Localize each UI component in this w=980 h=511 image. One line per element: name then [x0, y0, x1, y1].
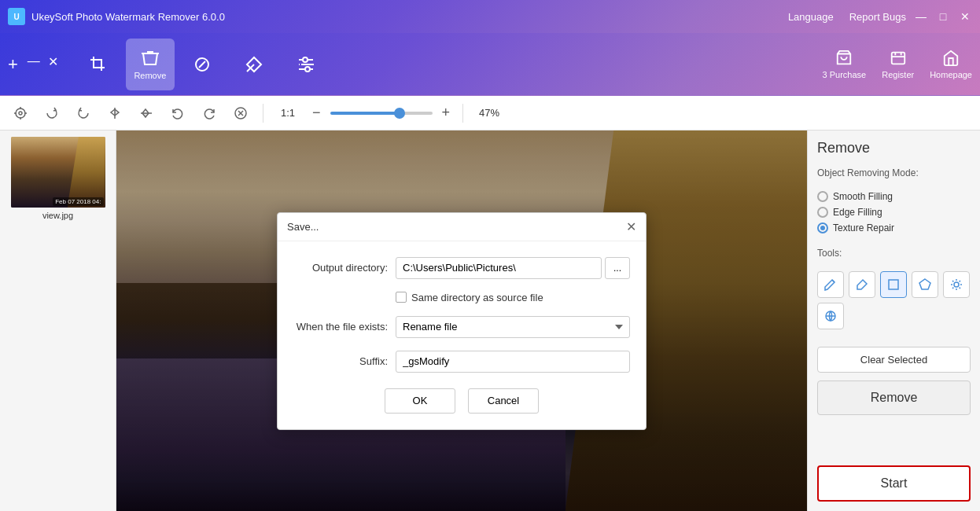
- file-sidebar: Feb 07 2018 04: view.jpg: [0, 131, 116, 511]
- retouch-tool-button[interactable]: [230, 39, 278, 90]
- file-thumbnail: Feb 07 2018 04:: [11, 137, 105, 208]
- redo-button[interactable]: [197, 101, 222, 126]
- modal-buttons: OK Cancel: [293, 385, 630, 414]
- magic-wand-button[interactable]: [943, 271, 970, 298]
- crop-tool-button[interactable]: [74, 39, 123, 90]
- second-toolbar: 1:1 − + 47%: [0, 96, 980, 131]
- pattern-tool-button[interactable]: [817, 303, 844, 329]
- rectangle-tool-button[interactable]: [880, 271, 907, 298]
- texture-repair-radio: [817, 222, 828, 233]
- title-nav: Language Report Bugs: [788, 11, 906, 23]
- mode-radio-group: Smooth Filling Edge Filling Texture Repa…: [817, 191, 971, 233]
- same-directory-row[interactable]: Same directory as source file: [293, 292, 630, 303]
- tools-row: [817, 271, 971, 329]
- report-bugs-button[interactable]: Report Bugs: [849, 11, 906, 23]
- app-logo: U: [8, 8, 25, 25]
- texture-repair-option[interactable]: Texture Repair: [817, 222, 971, 233]
- toolbar-right: 3 Purchase Register Homepage: [823, 50, 972, 79]
- modal-title: Save...: [287, 221, 319, 233]
- remove-button[interactable]: Remove: [817, 380, 971, 415]
- nav-close-button[interactable]: ✕: [48, 54, 58, 75]
- homepage-button[interactable]: Homepage: [930, 50, 972, 79]
- app-title: UkeySoft Photo Watermark Remover 6.0.0: [31, 11, 788, 23]
- when-file-exists-label: When the file exists:: [293, 321, 396, 333]
- clear-selected-button[interactable]: Clear Selected: [817, 347, 971, 373]
- panel-title: Remove: [817, 140, 971, 156]
- file-date: Feb 07 2018 04:: [53, 197, 103, 206]
- smooth-filling-radio: [817, 191, 828, 202]
- language-button[interactable]: Language: [788, 11, 834, 23]
- modal-overlay: Save... ✕ Output directory: ... Same dir…: [116, 131, 807, 511]
- flip-v-button[interactable]: [134, 101, 159, 126]
- svg-marker-15: [919, 279, 930, 289]
- output-directory-input[interactable]: [396, 257, 602, 279]
- flip-h-button[interactable]: [102, 101, 127, 126]
- undo-button[interactable]: [165, 101, 190, 126]
- modal-close-button[interactable]: ✕: [626, 219, 636, 234]
- close-button[interactable]: ✕: [958, 9, 972, 24]
- output-directory-label: Output directory:: [293, 262, 396, 274]
- register-label: Register: [882, 70, 914, 79]
- eraser-tool-button[interactable]: [849, 271, 875, 298]
- edge-filling-option[interactable]: Edge Filling: [817, 207, 971, 218]
- add-button[interactable]: +: [8, 54, 18, 75]
- file-name: view.jpg: [42, 211, 73, 220]
- polygon-tool-button[interactable]: [912, 271, 938, 298]
- title-bar: U UkeySoft Photo Watermark Remover 6.0.0…: [0, 0, 980, 33]
- modal-title-bar: Save... ✕: [278, 213, 646, 241]
- select-tool-button[interactable]: [8, 101, 33, 126]
- remove-tool-button[interactable]: Remove: [126, 39, 175, 90]
- suffix-input[interactable]: [396, 351, 630, 373]
- remove-tool-label: Remove: [134, 71, 166, 80]
- svg-point-4: [19, 112, 22, 115]
- cancel-button[interactable]: Cancel: [468, 388, 539, 414]
- adjust-tool-button[interactable]: [282, 39, 330, 90]
- object-removing-mode-label: Object Removing Mode:: [817, 167, 971, 178]
- zoom-percent: 47%: [479, 107, 499, 119]
- top-toolbar: + — ✕ Remove: [0, 33, 980, 96]
- erase-tool-button[interactable]: [178, 39, 227, 90]
- tools-label: Tools:: [817, 248, 971, 259]
- edge-filling-label: Edge Filling: [833, 207, 882, 218]
- smooth-filling-option[interactable]: Smooth Filling: [817, 191, 971, 202]
- window-controls: — □ ✕: [914, 9, 972, 24]
- svg-point-3: [16, 108, 25, 118]
- close-file-button[interactable]: [228, 101, 253, 126]
- svg-point-1: [303, 57, 308, 62]
- zoom-out-button[interactable]: −: [309, 105, 324, 121]
- canvas-area[interactable]: Save... ✕ Output directory: ... Same dir…: [116, 131, 807, 511]
- ok-button[interactable]: OK: [385, 388, 455, 414]
- register-button[interactable]: Register: [882, 50, 914, 79]
- rotate-ccw-button[interactable]: [39, 101, 64, 126]
- same-directory-checkbox[interactable]: [396, 292, 407, 303]
- rotate-cw-button[interactable]: [71, 101, 96, 126]
- save-dialog: Save... ✕ Output directory: ... Same dir…: [277, 212, 647, 430]
- main-area: Feb 07 2018 04: view.jpg Save... ✕ Outpu…: [0, 131, 980, 511]
- zoom-slider[interactable]: [330, 112, 433, 115]
- pen-tool-button[interactable]: [817, 271, 844, 298]
- homepage-label: Homepage: [930, 70, 972, 79]
- toolbar-left: + — ✕: [8, 54, 58, 75]
- browse-button[interactable]: ...: [605, 257, 630, 279]
- nav-minimize-button[interactable]: —: [28, 54, 40, 75]
- right-panel: Remove Object Removing Mode: Smooth Fill…: [807, 131, 980, 511]
- svg-rect-2: [891, 52, 904, 64]
- modal-body: Output directory: ... Same directory as …: [278, 241, 646, 429]
- purchase-button[interactable]: 3 Purchase: [823, 50, 867, 79]
- minimize-button[interactable]: —: [914, 9, 928, 24]
- svg-point-16: [954, 282, 959, 287]
- start-button[interactable]: Start: [817, 465, 971, 502]
- toolbar-separator-1: [263, 104, 263, 123]
- svg-rect-14: [889, 280, 898, 289]
- maximize-button[interactable]: □: [936, 9, 950, 24]
- edge-filling-radio: [817, 207, 828, 218]
- toolbar-separator-2: [462, 104, 463, 123]
- suffix-row: Suffix:: [293, 351, 630, 373]
- purchase-label: 3 Purchase: [823, 70, 867, 79]
- when-file-exists-row: When the file exists: Rename file Overwr…: [293, 316, 630, 338]
- file-item[interactable]: Feb 07 2018 04: view.jpg: [6, 137, 109, 220]
- when-file-exists-select[interactable]: Rename file Overwrite Skip: [396, 316, 630, 338]
- same-directory-label: Same directory as source file: [411, 292, 543, 303]
- suffix-label: Suffix:: [293, 355, 396, 367]
- zoom-in-button[interactable]: +: [439, 105, 454, 121]
